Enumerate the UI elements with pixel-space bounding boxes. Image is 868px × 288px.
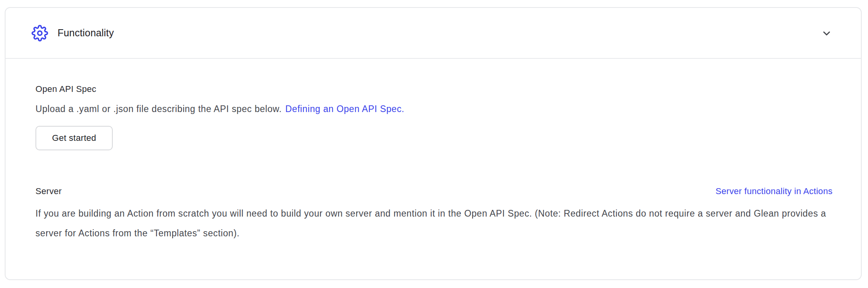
- server-functionality-link[interactable]: Server functionality in Actions: [715, 186, 833, 196]
- functionality-card-body: Open API Spec Upload a .yaml or .json fi…: [6, 84, 861, 243]
- functionality-card: Functionality Open API Spec Upload a .ya…: [5, 7, 862, 280]
- server-label: Server: [35, 186, 62, 196]
- defining-open-api-spec-link[interactable]: Defining an Open API Spec.: [285, 104, 404, 114]
- server-section: Server Server functionality in Actions I…: [35, 186, 833, 243]
- open-api-spec-section: Open API Spec Upload a .yaml or .json fi…: [35, 84, 833, 150]
- get-started-button[interactable]: Get started: [35, 126, 113, 150]
- open-api-spec-description-text: Upload a .yaml or .json file describing …: [35, 104, 282, 114]
- functionality-card-header[interactable]: Functionality: [6, 8, 861, 59]
- open-api-spec-description: Upload a .yaml or .json file describing …: [35, 99, 833, 119]
- server-description: If you are building an Action from scrat…: [35, 204, 828, 243]
- chevron-down-icon[interactable]: [820, 26, 833, 40]
- server-header-row: Server Server functionality in Actions: [35, 186, 833, 196]
- open-api-spec-label: Open API Spec: [35, 84, 833, 94]
- card-title: Functionality: [58, 27, 114, 39]
- gear-icon: [32, 25, 48, 41]
